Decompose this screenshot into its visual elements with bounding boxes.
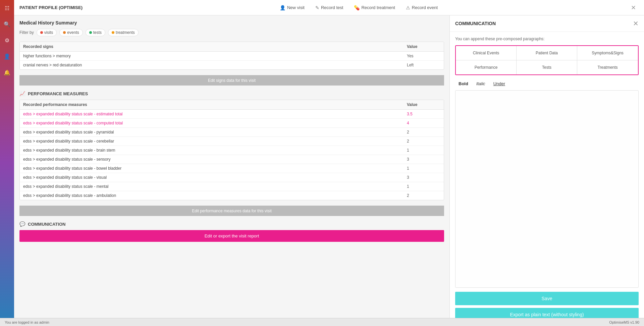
category-btn-treatments[interactable]: Treatments xyxy=(577,60,638,74)
patient-panel-inner: Medical History Summary Filter by visits… xyxy=(14,15,449,326)
underline-button[interactable]: Under xyxy=(490,80,508,88)
performance-table: Recorded performance measures Value edss… xyxy=(19,100,444,200)
sidebar-icon-settings[interactable]: ⚙ xyxy=(2,36,12,45)
category-btn-clinical-events[interactable]: Clinical Events xyxy=(456,46,517,60)
record-event-button[interactable]: ⚠ Record event xyxy=(401,3,442,13)
table-row: edss > expanded disability status scale … xyxy=(20,137,444,146)
sidebar-icon-bell[interactable]: 🔔 xyxy=(2,68,12,77)
format-toolbar: Bold Italic Under xyxy=(455,80,639,88)
edit-signs-btn[interactable]: Edit signs data for this visit xyxy=(19,75,444,86)
comm-panel-header: COMMUNICATION ✕ xyxy=(450,15,644,32)
comm-actions: Save Export as plain text (without styli… xyxy=(455,292,639,321)
signs-col-header: Recorded signs xyxy=(20,42,404,52)
italic-button[interactable]: Italic xyxy=(473,80,489,88)
bold-button[interactable]: Bold xyxy=(455,80,472,88)
table-row: higher functions > memoryYes xyxy=(20,52,444,61)
header-actions: 👤 New visit ✎ Record test 💊 Record treat… xyxy=(89,3,628,13)
signs-value-header: Value xyxy=(404,42,444,52)
record-treatment-icon: 💊 xyxy=(354,5,360,10)
main-area: PATIENT PROFILE (OPTIMISE) 👤 New visit ✎… xyxy=(14,0,644,326)
sidebar-icon-search[interactable]: 🔍 xyxy=(2,19,12,29)
filter-bar: Filter by visits events tests xyxy=(19,29,444,36)
app-version: OptimiseMS v1.90 xyxy=(609,320,639,324)
table-row: edss > expanded disability status scale … xyxy=(20,128,444,137)
table-row: edss > expanded disability status scale … xyxy=(20,173,444,182)
tests-dot xyxy=(89,31,92,34)
filter-tag-tests[interactable]: tests xyxy=(86,29,105,36)
treatments-label: treatments xyxy=(116,30,135,35)
performance-icon: 📈 xyxy=(19,91,25,96)
header-close-button[interactable]: ✕ xyxy=(628,3,639,13)
comm-textarea[interactable] xyxy=(455,90,639,288)
comm-helper-text: You can append these pre-composed paragr… xyxy=(455,37,639,41)
sidebar-icon-add-person[interactable]: 👤 xyxy=(2,52,12,61)
table-row: edss > expanded disability status scale … xyxy=(20,191,444,200)
perf-measure-header: Recorded performance measures xyxy=(20,100,404,110)
sidebar: ☷ 🔍 ⚙ 👤 🔔 xyxy=(0,0,14,326)
status-user-text: You are logged in as admin xyxy=(14,320,49,324)
table-row: edss > expanded disability status scale … xyxy=(20,155,444,164)
filter-tag-treatments[interactable]: treatments xyxy=(108,29,139,36)
table-row: edss > expanded disability status scale … xyxy=(20,164,444,173)
comm-close-button[interactable]: ✕ xyxy=(633,19,639,28)
record-event-icon: ⚠ xyxy=(406,5,410,10)
filter-label: Filter by xyxy=(19,30,34,35)
perf-value-header: Value xyxy=(404,100,444,110)
status-bar: You are logged in as admin OptimiseMS v1… xyxy=(14,318,644,326)
signs-table: Recorded signs Value higher functions > … xyxy=(19,42,444,70)
communication-section-header: 💬 COMMUNICATION xyxy=(19,221,444,227)
save-button[interactable]: Save xyxy=(455,292,639,305)
category-btn-tests[interactable]: Tests xyxy=(517,60,577,74)
communication-icon: 💬 xyxy=(19,221,25,227)
record-test-button[interactable]: ✎ Record test xyxy=(311,3,348,13)
new-visit-icon: 👤 xyxy=(280,5,285,10)
comm-edit-btn[interactable]: Edit or export the visit report xyxy=(19,230,444,242)
content-area: Medical History Summary Filter by visits… xyxy=(14,15,644,326)
comm-panel: COMMUNICATION ✕ You can append these pre… xyxy=(449,15,644,326)
visits-label: visits xyxy=(44,30,53,35)
comm-panel-body: You can append these pre-composed paragr… xyxy=(450,32,644,326)
comm-panel-title: COMMUNICATION xyxy=(455,21,496,26)
filter-tag-visits[interactable]: visits xyxy=(37,29,57,36)
treatments-dot xyxy=(112,31,114,34)
table-row[interactable]: edss > expanded disability status scale … xyxy=(20,110,444,119)
table-row: edss > expanded disability status scale … xyxy=(20,146,444,155)
table-row[interactable]: edss > expanded disability status scale … xyxy=(20,119,444,128)
events-label: events xyxy=(67,30,79,35)
header-title: PATIENT PROFILE (OPTIMISE) xyxy=(19,5,83,10)
category-btn-symptoms-signs[interactable]: Symptoms&Signs xyxy=(577,46,638,60)
table-row: edss > expanded disability status scale … xyxy=(20,182,444,191)
category-btn-performance[interactable]: Performance xyxy=(456,60,517,74)
visits-dot xyxy=(40,31,43,34)
tests-label: tests xyxy=(93,30,102,35)
events-dot xyxy=(63,31,66,34)
category-btn-patient-data[interactable]: Patient Data xyxy=(517,46,577,60)
sidebar-icon-person[interactable]: ☷ xyxy=(2,3,12,13)
performance-section-header: 📈 PERFORMANCE MEASURES xyxy=(19,91,444,96)
record-treatment-button[interactable]: 💊 Record treatment xyxy=(349,3,399,13)
table-row: cranial nerves > red desaturationLeft xyxy=(20,61,444,70)
patient-panel: Medical History Summary Filter by visits… xyxy=(14,15,449,326)
new-visit-button[interactable]: 👤 New visit xyxy=(275,3,309,13)
top-header: PATIENT PROFILE (OPTIMISE) 👤 New visit ✎… xyxy=(14,0,644,15)
record-test-icon: ✎ xyxy=(315,5,319,10)
filter-tag-events[interactable]: events xyxy=(59,29,83,36)
edit-performance-btn[interactable]: Edit performance measures data for this … xyxy=(19,206,444,216)
medical-history-title: Medical History Summary xyxy=(19,20,444,25)
category-grid: Clinical EventsPatient DataSymptoms&Sign… xyxy=(455,45,639,75)
